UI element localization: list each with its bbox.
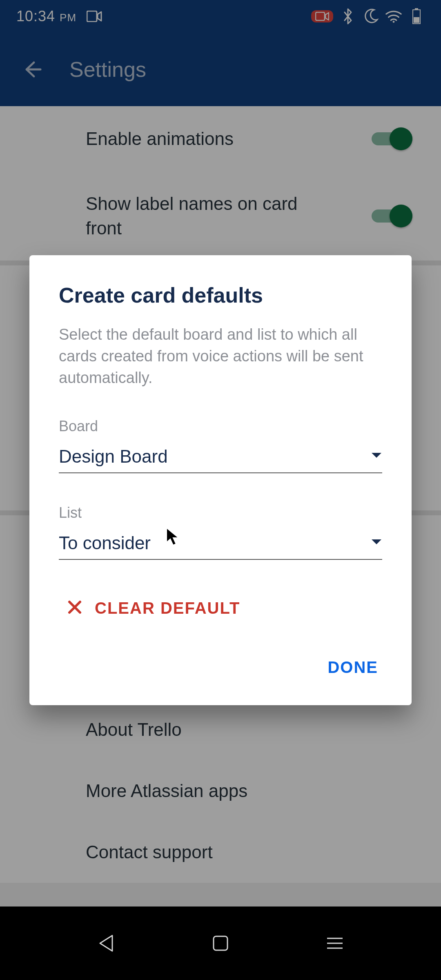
nav-bar: [0, 906, 441, 980]
chevron-down-icon: [371, 452, 382, 461]
create-defaults-dialog: Create card defaults Select the default …: [29, 255, 412, 705]
nav-recent-button[interactable]: [323, 931, 347, 956]
list-value: To consider: [59, 533, 151, 553]
list-field-label: List: [59, 504, 382, 521]
board-value: Design Board: [59, 446, 168, 467]
clear-default-button[interactable]: CLEAR DEFAULT: [59, 591, 382, 617]
nav-back-button[interactable]: [94, 931, 118, 956]
dialog-description: Select the default board and list to whi…: [59, 324, 382, 389]
dialog-title: Create card defaults: [59, 283, 382, 307]
svg-rect-6: [214, 936, 227, 950]
done-button[interactable]: DONE: [323, 650, 382, 685]
screen: 10:34 PM: [0, 0, 441, 980]
dialog-actions: DONE: [59, 650, 382, 685]
chevron-down-icon: [371, 539, 382, 548]
board-field-label: Board: [59, 418, 382, 435]
close-icon: [67, 599, 82, 617]
clear-default-label: CLEAR DEFAULT: [95, 599, 240, 617]
list-select[interactable]: To consider: [59, 533, 382, 560]
nav-home-button[interactable]: [208, 931, 233, 956]
board-select[interactable]: Design Board: [59, 446, 382, 473]
